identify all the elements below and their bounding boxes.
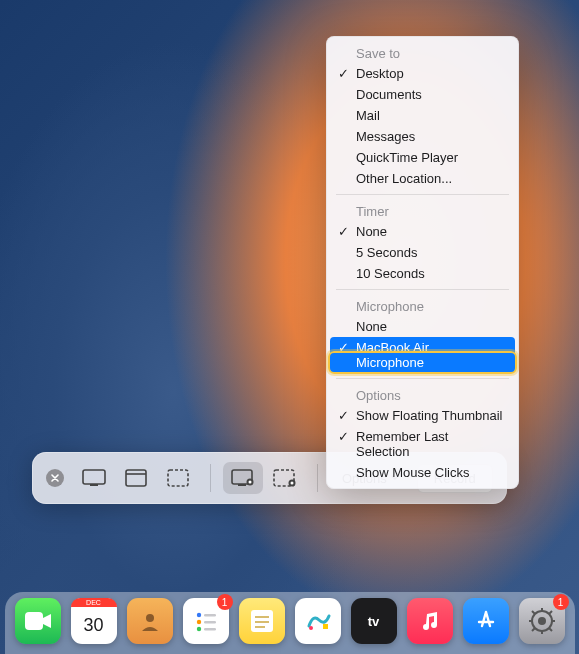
menu-item-mail[interactable]: Mail — [326, 105, 519, 126]
reminders-app-icon[interactable]: 1 — [183, 598, 229, 644]
menu-separator — [336, 289, 509, 290]
menu-item-label: Other Location... — [356, 171, 452, 186]
menu-separator — [336, 194, 509, 195]
menu-item-label: Show Mouse Clicks — [356, 465, 469, 480]
svg-line-34 — [549, 611, 552, 614]
menu-item-show-mouse-clicks[interactable]: Show Mouse Clicks — [326, 462, 519, 483]
svg-rect-15 — [204, 614, 216, 616]
record-entire-screen-icon[interactable] — [223, 462, 263, 494]
svg-point-18 — [196, 627, 200, 631]
calendar-app-icon[interactable]: DEC 30 — [71, 598, 117, 644]
toolbar-divider — [317, 464, 318, 492]
menu-item-label: Messages — [356, 129, 415, 144]
menu-item-label: Desktop — [356, 66, 404, 81]
svg-point-13 — [146, 614, 154, 622]
svg-line-33 — [549, 628, 552, 631]
menu-item-mic-macbook-air[interactable]: ✓MacBook Air Microphone — [330, 337, 515, 373]
freeform-app-icon[interactable] — [295, 598, 341, 644]
svg-line-32 — [532, 611, 535, 614]
appstore-app-icon[interactable] — [463, 598, 509, 644]
section-label-options: Options — [326, 384, 519, 405]
capture-selection-icon[interactable] — [158, 462, 198, 494]
menu-item-timer-10s[interactable]: 10 Seconds — [326, 263, 519, 284]
svg-rect-2 — [126, 470, 146, 486]
menu-item-floating-thumbnail[interactable]: ✓Show Floating Thumbnail — [326, 405, 519, 426]
capture-window-icon[interactable] — [116, 462, 156, 494]
contacts-app-icon[interactable] — [127, 598, 173, 644]
section-label-timer: Timer — [326, 200, 519, 221]
menu-item-label: MacBook Air Microphone — [356, 340, 429, 370]
appletv-app-icon[interactable]: tv — [351, 598, 397, 644]
check-icon: ✓ — [338, 224, 349, 239]
capture-entire-screen-icon[interactable] — [74, 462, 114, 494]
badge: 1 — [217, 594, 233, 610]
svg-rect-1 — [90, 484, 98, 486]
check-icon: ✓ — [338, 408, 349, 423]
menu-item-documents[interactable]: Documents — [326, 84, 519, 105]
menu-item-label: QuickTime Player — [356, 150, 458, 165]
menu-item-label: 10 Seconds — [356, 266, 425, 281]
toolbar-divider — [210, 464, 211, 492]
record-selection-icon[interactable] — [265, 462, 305, 494]
calendar-month: DEC — [71, 598, 117, 607]
svg-rect-25 — [323, 624, 328, 629]
svg-rect-17 — [204, 621, 216, 623]
menu-item-label: None — [356, 224, 387, 239]
svg-point-14 — [196, 613, 200, 617]
menu-item-mic-none[interactable]: None — [326, 316, 519, 337]
options-menu: Save to ✓Desktop Documents Mail Messages… — [326, 36, 519, 489]
menu-item-desktop[interactable]: ✓Desktop — [326, 63, 519, 84]
menu-item-other-location[interactable]: Other Location... — [326, 168, 519, 189]
music-app-icon[interactable] — [407, 598, 453, 644]
svg-rect-20 — [251, 610, 273, 632]
svg-point-16 — [196, 620, 200, 624]
svg-rect-12 — [25, 612, 43, 630]
menu-item-label: Remember Last Selection — [356, 429, 448, 459]
dock: DEC 30 1 tv 1 — [5, 592, 575, 654]
facetime-app-icon[interactable] — [15, 598, 61, 644]
section-label-save-to: Save to — [326, 42, 519, 63]
check-icon: ✓ — [338, 66, 349, 81]
svg-point-24 — [309, 626, 313, 630]
menu-item-label: None — [356, 319, 387, 334]
menu-item-remember-selection[interactable]: ✓Remember Last Selection — [326, 426, 519, 462]
notes-app-icon[interactable] — [239, 598, 285, 644]
menu-item-quicktime[interactable]: QuickTime Player — [326, 147, 519, 168]
svg-point-8 — [249, 481, 252, 484]
menu-item-timer-5s[interactable]: 5 Seconds — [326, 242, 519, 263]
check-icon: ✓ — [338, 429, 349, 444]
badge: 1 — [553, 594, 569, 610]
menu-item-messages[interactable]: Messages — [326, 126, 519, 147]
svg-line-35 — [532, 628, 535, 631]
check-icon: ✓ — [338, 340, 349, 355]
svg-rect-6 — [238, 484, 246, 486]
menu-item-label: Documents — [356, 87, 422, 102]
svg-point-27 — [538, 617, 546, 625]
settings-app-icon[interactable]: 1 — [519, 598, 565, 644]
menu-item-label: Show Floating Thumbnail — [356, 408, 502, 423]
menu-item-label: Mail — [356, 108, 380, 123]
menu-separator — [336, 378, 509, 379]
calendar-day: 30 — [83, 615, 103, 636]
svg-rect-4 — [168, 470, 188, 486]
menu-item-timer-none[interactable]: ✓None — [326, 221, 519, 242]
close-icon[interactable] — [46, 469, 64, 487]
svg-rect-0 — [83, 470, 105, 484]
svg-rect-19 — [204, 628, 216, 630]
menu-item-label: 5 Seconds — [356, 245, 417, 260]
svg-point-11 — [291, 482, 294, 485]
section-label-microphone: Microphone — [326, 295, 519, 316]
